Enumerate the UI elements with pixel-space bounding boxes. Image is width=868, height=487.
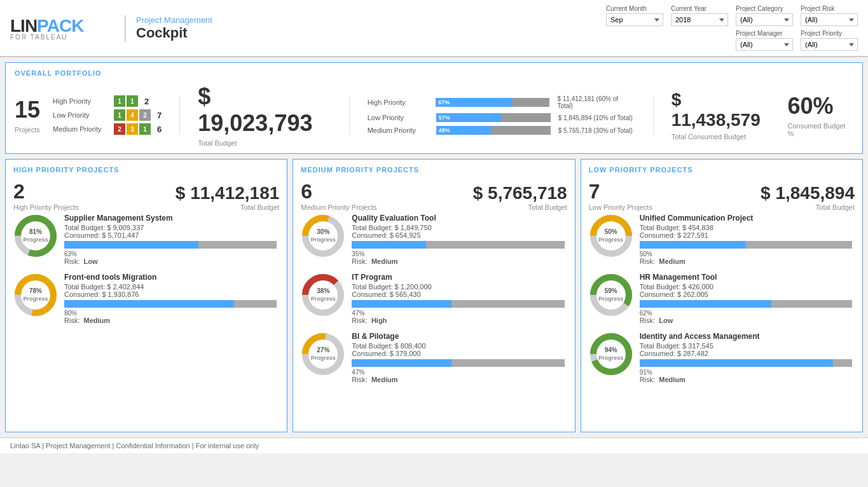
project-risk: Risk: Medium <box>640 257 852 265</box>
project-name: Identity and Access Management <box>640 332 852 341</box>
project-consumed: Consumed: $ 654,925 <box>352 231 564 239</box>
project-info: BI & PilotageTotal Budget: $ 808,400Cons… <box>352 332 564 383</box>
consumed-bar-inner <box>352 241 426 249</box>
filter-select-current_year[interactable]: 2016201720182019 <box>671 13 728 26</box>
consumed-bar-inner <box>640 359 833 367</box>
filter-select-project_manager[interactable]: (All) <box>736 38 793 51</box>
priority-bar: 2 <box>114 123 125 135</box>
progress-row: High Priority67%$ 11,412,181 (60% of Tot… <box>368 95 635 109</box>
low-budget: $ 1,845,894 <box>761 183 855 203</box>
filter-select-project_priority[interactable]: (All)LowMediumHigh <box>801 38 858 51</box>
medium-count: 6 <box>301 180 376 203</box>
project-info: IT ProgramTotal Budget: $ 1,200,000Consu… <box>352 273 564 324</box>
consumed-bar-outer <box>352 359 564 367</box>
progress-row-label: Medium Priority <box>368 127 431 134</box>
filter-label-current_month: Current Month <box>606 5 663 12</box>
consumed-pct: 47% <box>352 310 564 317</box>
priority-bar: 3 <box>127 123 138 135</box>
low-priority-panel: LOW PRIORITY PROJECTS 7 Low Priority Pro… <box>581 159 863 432</box>
donut-container: 38%Progress <box>301 273 345 317</box>
project-risk: Risk: Medium <box>352 376 564 383</box>
filter-select-project_risk[interactable]: (All)LowMediumHigh <box>801 13 858 26</box>
donut-label: 94%Progress <box>598 346 623 362</box>
total-projects-number: 15 <box>15 97 40 123</box>
project-consumed: Consumed: $ 227,591 <box>640 231 852 239</box>
low-count: 7 <box>589 180 652 203</box>
project-risk: Risk: Low <box>64 257 277 265</box>
priority-row-label: High Priority <box>53 97 110 105</box>
project-item: 81%ProgressSupplier Management SystemTot… <box>13 214 277 265</box>
priority-bar: 1 <box>139 123 151 135</box>
project-item: 94%ProgressIdentity and Access Managemen… <box>589 332 852 383</box>
donut-label: 59%Progress <box>598 287 623 303</box>
consumed-budget-block: $ 11,438,579 Total Consumed Budget <box>672 90 775 141</box>
project-info: Supplier Management SystemTotal Budget: … <box>64 214 277 265</box>
total-projects-label: Projects <box>15 126 40 134</box>
medium-budget: $ 5,765,718 <box>473 183 567 203</box>
consumed-bar-outer <box>64 241 277 249</box>
priority-count: 7 <box>157 111 162 120</box>
donut-label: 81%Progress <box>23 228 48 244</box>
high-projects-list: 81%ProgressSupplier Management SystemTot… <box>13 214 279 425</box>
page-title-container: Project Management Cockpit <box>125 15 239 41</box>
low-left-info: 7 Low Priority Projects <box>589 180 652 211</box>
donut-container: 50%Progress <box>589 214 633 258</box>
three-cols: HIGH PRIORITY PROJECTS 2 High Priority P… <box>5 159 863 432</box>
progress-value: $ 11,412,181 (60% of Total) <box>557 95 635 109</box>
nav-title: Project Management <box>136 15 239 25</box>
filter-select-project_category[interactable]: (All) <box>736 13 793 26</box>
consumed-pct: 63% <box>64 250 277 257</box>
total-consumed: $ 11,438,579 <box>672 90 775 130</box>
high-count-label: High Priority Projects <box>13 203 79 211</box>
progress-value: $ 1,845,894 (10% of Total) <box>558 114 633 121</box>
project-item: 50%ProgressUnified Communication Project… <box>589 214 852 265</box>
logo-pack: PACK <box>37 16 83 36</box>
medium-left-info: 6 Medium Priority Projects <box>301 180 376 211</box>
donut-container: 94%Progress <box>589 332 633 376</box>
medium-count-label: Medium Priority Projects <box>301 203 376 211</box>
footer: Lintao SA | Project Management | Confide… <box>0 437 868 453</box>
donut-container: 27%Progress <box>301 332 345 376</box>
consumed-pct-label: Consumed Budget % <box>787 122 853 137</box>
project-info: Quality Evaluation ToolTotal Budget: $ 1… <box>352 214 564 265</box>
priority-bars: 142 <box>114 109 151 121</box>
donut-label: 78%Progress <box>23 287 48 303</box>
priority-row-label: Medium Priority <box>53 125 110 133</box>
donut-label: 50%Progress <box>598 228 623 244</box>
priority-row: Low Priority1427 <box>53 109 162 121</box>
progress-row-label: High Priority <box>368 99 431 106</box>
consumed-bar-inner <box>64 241 198 249</box>
high-right-info: $ 11,412,181 Total Budget <box>176 183 280 211</box>
consumed-bar-outer <box>64 300 277 308</box>
project-name: BI & Pilotage <box>352 332 564 341</box>
project-item: 30%ProgressQuality Evaluation ToolTotal … <box>301 214 564 265</box>
project-item: 59%ProgressHR Management ToolTotal Budge… <box>589 273 852 324</box>
main-content: OVERALL PORTFOLIO 15 Projects High Prior… <box>0 57 868 437</box>
progress-bar-inner: 57% <box>436 113 502 122</box>
progress-bar-inner: 67% <box>436 98 512 107</box>
divider-1 <box>179 96 180 134</box>
consumed-bar-inner <box>352 300 451 308</box>
consumed-bar-inner <box>640 241 746 249</box>
priority-bars: 11 <box>114 95 138 107</box>
donut-container: 81%Progress <box>13 214 58 258</box>
project-name: Unified Communication Project <box>640 214 852 223</box>
total-budget-block: $ 19,023,793 Total Budget <box>198 83 331 147</box>
filter-select-current_month[interactable]: JanFebMarAprMayJunJulAugSepOctNovDec <box>606 13 663 26</box>
project-budget: Total Budget: $ 317,545 <box>640 342 852 350</box>
project-name: Supplier Management System <box>64 214 277 223</box>
divider-2 <box>349 96 350 134</box>
filter-current_year: Current Year2016201720182019 <box>671 5 728 26</box>
medium-budget-label: Total Budget <box>528 203 567 211</box>
project-info: HR Management ToolTotal Budget: $ 426,00… <box>640 273 852 324</box>
high-left-info: 2 High Priority Projects <box>13 180 79 211</box>
project-budget: Total Budget: $ 1,849,750 <box>352 224 564 231</box>
project-name: IT Program <box>352 273 564 282</box>
filters-container: Current MonthJanFebMarAprMayJunJulAugSep… <box>252 5 858 51</box>
progress-bar-outer: 67% <box>436 98 549 107</box>
medium-priority-panel: MEDIUM PRIORITY PROJECTS 6 Medium Priori… <box>293 159 575 432</box>
project-consumed: Consumed: $ 379,000 <box>352 350 564 357</box>
filter-label-current_year: Current Year <box>671 5 728 12</box>
consumed-pct: 35% <box>352 250 564 257</box>
low-nums-row: 7 Low Priority Projects $ 1,845,894 Tota… <box>589 180 855 211</box>
